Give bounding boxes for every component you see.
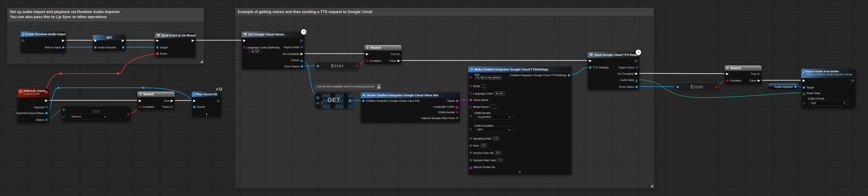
node-make-tts-settings[interactable]: Make Chatbot Integrator Google Cloud TTS… [468,66,572,175]
event-delegate-pin[interactable] [156,53,159,55]
status-pin[interactable] [45,119,48,121]
condition-pin[interactable] [139,106,141,108]
sample-rate-pin[interactable] [470,159,472,161]
language-codes-array-pin[interactable] [456,106,457,107]
node-error-macro[interactable]: Error [315,62,360,70]
volume-gain-pin[interactable] [470,152,472,154]
node-break-voice-info[interactable]: Break Chatbot Integrator Google Cloud Vo… [361,92,460,123]
natural-sample-rate-pin[interactable] [456,117,458,119]
exec-in-pin[interactable]: ▶ [94,39,97,42]
sample-rate-field[interactable]: 0 [498,158,503,162]
on-complete-exec-pin[interactable]: ▶ [635,72,638,75]
node-get-audio-importer-variable[interactable]: Audio Importer [768,83,799,90]
error-input-pin[interactable] [677,86,679,88]
exec-in-pin[interactable]: ▶ [193,99,196,102]
node-comment-bubble[interactable]: Use the first available voice for testin… [315,84,381,90]
node-play-sound-2d[interactable]: ƒPlay Sound 2D ▶ ▷ Sound ∨ [191,91,222,118]
voices-array-pin[interactable] [301,60,301,60]
equal-input-b-pin[interactable] [63,116,65,118]
node-get-google-cloud-voices[interactable]: Get Google Cloud Voices ▶ ▷ Language Cod… [242,31,305,69]
node-branch-voices[interactable]: Branch ▶ True▷ Condition False▶ [364,45,402,64]
language-code-pin[interactable] [470,92,472,94]
model-name-field[interactable] [490,105,496,109]
exec-out-pin[interactable]: ▷ [635,59,638,62]
language-code-field[interactable]: en-US [494,91,504,95]
ssml-gender-pin[interactable] [470,115,472,117]
node-import-audio-from-buffer[interactable]: ƒ Import Audio from Buffer Target is Run… [801,68,856,109]
imported-sound-wave-pin[interactable] [45,112,48,114]
audio-data-array-pin[interactable] [635,80,636,80]
condition-pin[interactable] [726,79,728,82]
node-branch-tts-result[interactable]: Branch ▶ True▷ Condition False▶ [724,65,762,85]
tts-settings-pin[interactable] [589,66,591,68]
audio-importer-in-pin[interactable] [94,46,97,49]
text-field[interactable]: Hi, this is my speech [475,76,502,79]
importer-pin[interactable] [45,106,48,108]
wire-event-to-onresult[interactable] [46,53,158,91]
exec-in-pin[interactable]: ▶ [156,39,159,42]
equal-result-pin[interactable] [127,113,129,115]
true-exec-pin[interactable]: ▶ [171,99,173,102]
array-input-pin[interactable] [317,96,317,97]
blueprint-graph[interactable]: Set up audio import and playback via Run… [0,0,868,196]
reroute-node[interactable] [60,73,62,75]
equal-input-a-pin[interactable] [63,108,65,111]
reroute-node[interactable] [57,87,60,89]
error-status-pin[interactable] [301,65,303,67]
reroute-node[interactable] [142,87,144,89]
node-create-runtime-audio-importer[interactable]: ƒCreate Runtime Audio Importer ▷ ▶ Retur… [21,31,66,53]
pushpin-icon[interactable] [378,84,380,87]
node-error-macro[interactable]: Error [674,83,720,91]
node-set-audio-importer[interactable]: SET ▶ ▶ Audio Importer [93,35,126,51]
audio-importer-out-pin[interactable] [122,46,124,49]
exec-out-pin[interactable]: ▶ [192,39,194,42]
node-onresult-custom-event[interactable]: OnResult_Event Custom Event ▶ Importer I… [17,88,49,124]
on-complete-exec-pin[interactable]: ▶ [301,52,303,55]
text-pin[interactable] [470,76,472,78]
delegate-pin[interactable] [45,91,48,93]
exec-out-pin[interactable]: ▶ [45,99,48,102]
false-exec-pin[interactable]: ▶ [758,79,760,82]
false-exec-pin[interactable]: ▶ [398,59,400,62]
exec-out-pin[interactable]: ▷ [852,79,854,82]
ssml-checkbox[interactable] [482,84,486,88]
exec-in-pin[interactable]: ▶ [803,79,805,82]
expand-chevron-icon[interactable]: ∨ [192,113,221,115]
node-send-google-cloud-tts-request[interactable]: Send Google Cloud TTS Request ▶ ▷ TTS Se… [587,52,640,90]
language-code-pin[interactable] [243,46,245,48]
exec-out-pin[interactable]: ▷ [218,99,220,102]
exec-out-pin[interactable]: ▶ [62,39,65,42]
pitch-field[interactable]: 0.0 [480,144,487,147]
audio-format-pin[interactable] [803,102,805,105]
element-output-pin[interactable] [349,99,351,102]
volume-gain-field[interactable]: 0.0 [495,151,501,155]
condition-pin[interactable] [366,60,368,62]
exec-out-pin[interactable]: ▷ [301,39,303,42]
target-pin[interactable] [803,86,805,89]
true-exec-pin[interactable]: ▷ [758,72,760,76]
exec-in-pin[interactable]: ▶ [589,59,592,62]
audio-data-array-pin[interactable] [803,93,803,93]
node-bind-event-to-on-result[interactable]: Bind Event to On Result ▶ ▶ Target Event [155,32,196,58]
index-field[interactable]: 0 [320,102,325,105]
pitch-pin[interactable] [470,144,472,147]
exec-in-pin[interactable]: ▶ [139,99,141,102]
node-array-get[interactable]: GET 0 [315,92,353,109]
audio-encoding-pin[interactable] [470,129,472,131]
exec-in-pin[interactable]: ▷ [22,39,25,42]
async-action-pin[interactable] [301,46,303,48]
tts-settings-output-pin[interactable] [568,74,570,76]
false-exec-pin[interactable]: ▷ [171,105,173,108]
exec-out-pin[interactable]: ▶ [122,39,124,42]
true-exec-pin[interactable]: ▷ [398,52,400,56]
sound-pin[interactable] [193,106,195,108]
name-pin[interactable] [456,100,458,102]
error-result-pin[interactable] [356,65,358,67]
voice-name-pin[interactable] [470,99,472,101]
error-input-pin[interactable] [317,65,319,67]
speaking-rate-field[interactable]: 1.0 [493,137,499,140]
speaking-rate-pin[interactable] [470,137,472,139]
ssml-gender-dropdown[interactable]: Unspecified∨ [475,114,513,120]
return-value-pin[interactable] [62,46,65,49]
enum-value-dropdown[interactable]: Success∨ [69,114,108,119]
